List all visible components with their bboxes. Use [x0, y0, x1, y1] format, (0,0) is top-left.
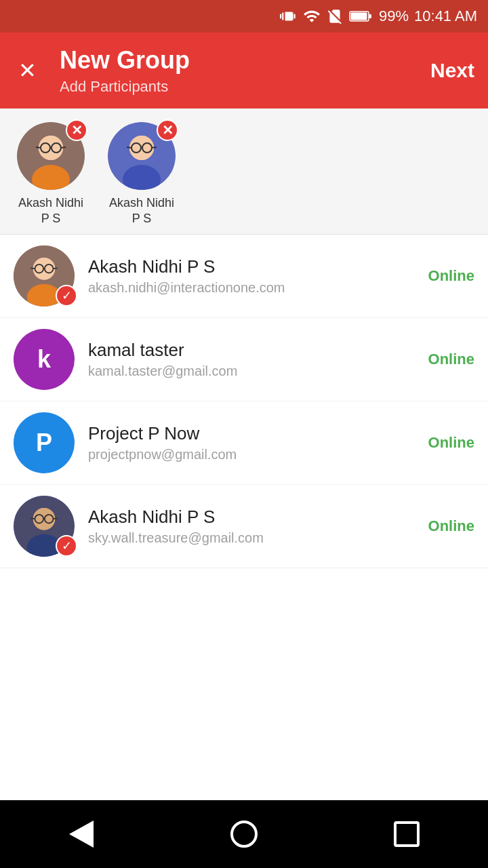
contact-email-2: kamal.taster@gmail.com [88, 363, 422, 379]
contacts-list: ✓ Akash Nidhi P S akash.nidhi@interactio… [0, 235, 488, 800]
contact-item-3[interactable]: P Project P Now projectpnow@gmail.com On… [0, 401, 488, 485]
header-title-group: New Group Add Participants [60, 45, 430, 95]
contact-status-3: Online [428, 434, 474, 452]
contact-info-3: Project P Now projectpnow@gmail.com [88, 423, 422, 462]
contact-email-4: sky.wall.treasure@gmail.com [88, 530, 422, 546]
contact-name-4: Akash Nidhi P S [88, 507, 422, 528]
selected-avatar-container-2: ✕ [108, 122, 176, 190]
back-icon [69, 821, 94, 848]
selected-participant-1: ✕ Akash Nidhi P S [14, 122, 88, 227]
battery-icon [349, 7, 373, 25]
next-button[interactable]: Next [430, 59, 474, 82]
no-sim-icon [326, 7, 344, 25]
contact-status-1: Online [428, 267, 474, 285]
recent-apps-button[interactable] [386, 814, 427, 854]
contact-avatar-2: k [14, 329, 75, 390]
contact-email-1: akash.nidhi@interactionone.com [88, 280, 422, 296]
home-button[interactable] [224, 814, 264, 854]
svg-line-28 [54, 268, 58, 269]
selected-check-1: ✓ [56, 285, 77, 307]
bottom-navigation [0, 800, 488, 868]
contact-status-4: Online [428, 517, 474, 535]
svg-line-37 [54, 518, 58, 519]
contact-avatar-1: ✓ [14, 245, 75, 307]
contact-email-3: projectpnow@gmail.com [88, 447, 422, 462]
status-bar: 99% 10:41 AM [0, 0, 488, 33]
contact-item-4[interactable]: ✓ Akash Nidhi P S sky.wall.treasure@gmai… [0, 485, 488, 568]
selected-check-4: ✓ [56, 535, 77, 557]
contact-avatar-inner-3: P [14, 412, 75, 473]
svg-line-10 [61, 147, 66, 148]
contact-name-3: Project P Now [88, 423, 422, 444]
close-button[interactable]: ✕ [14, 58, 41, 83]
selected-participant-2-name: Akash Nidhi P S [104, 195, 179, 227]
contact-avatar-4: ✓ [14, 496, 75, 557]
contact-item-2[interactable]: k kamal taster kamal.taster@gmail.com On… [0, 318, 488, 401]
recent-icon [394, 821, 420, 847]
selected-avatar-container-1: ✕ [17, 122, 85, 190]
contact-info-1: Akash Nidhi P S akash.nidhi@interactiono… [88, 256, 422, 296]
page-subtitle: Add Participants [60, 78, 430, 96]
contact-initial-3: P [36, 429, 52, 457]
remove-participant-2-button[interactable]: ✕ [157, 119, 178, 141]
header: ✕ New Group Add Participants Next [0, 33, 488, 108]
back-button[interactable] [61, 814, 102, 854]
contact-status-2: Online [428, 351, 474, 368]
svg-rect-2 [369, 14, 371, 18]
page-title: New Group [60, 45, 430, 75]
contact-name-2: kamal taster [88, 340, 422, 361]
contact-info-2: kamal taster kamal.taster@gmail.com [88, 340, 422, 379]
selected-participants-row: ✕ Akash Nidhi P S ✕ Akash Nidh [0, 108, 488, 235]
contact-avatar-inner-2: k [14, 329, 75, 390]
home-icon [230, 821, 258, 848]
svg-line-19 [152, 147, 157, 148]
time-display: 10:41 AM [414, 7, 477, 25]
remove-participant-1-button[interactable]: ✕ [66, 119, 87, 141]
selected-participant-2: ✕ Akash Nidhi P S [104, 122, 179, 227]
selected-participant-1-name: Akash Nidhi P S [14, 195, 88, 227]
contact-avatar-3: P [14, 412, 75, 473]
vibrate-icon [280, 7, 298, 25]
status-icons: 99% 10:41 AM [280, 7, 477, 25]
svg-rect-1 [351, 13, 367, 20]
contact-item-1[interactable]: ✓ Akash Nidhi P S akash.nidhi@interactio… [0, 235, 488, 318]
contact-name-1: Akash Nidhi P S [88, 256, 422, 277]
contact-info-4: Akash Nidhi P S sky.wall.treasure@gmail.… [88, 507, 422, 546]
svg-line-18 [127, 147, 131, 148]
svg-line-36 [30, 518, 35, 519]
contact-initial-2: k [37, 345, 51, 374]
battery-percent: 99% [379, 7, 409, 25]
svg-line-9 [36, 147, 41, 148]
svg-line-27 [30, 268, 35, 269]
signal-icon [303, 7, 321, 25]
